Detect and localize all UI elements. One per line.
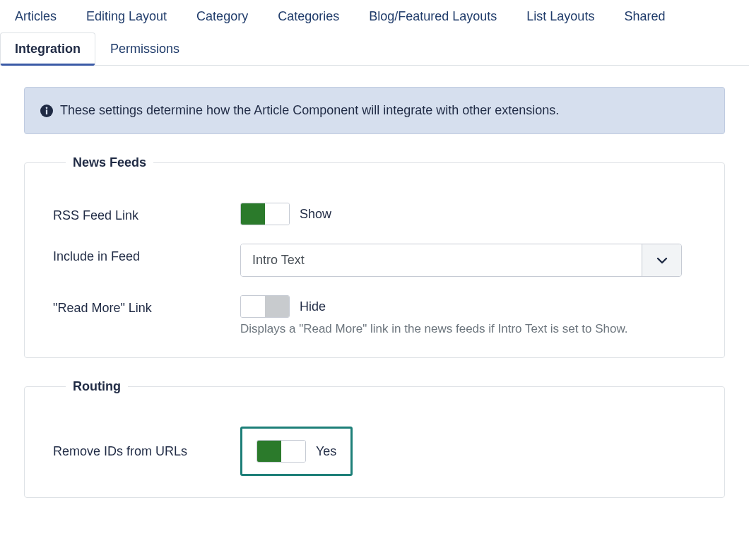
toggle-rss-feed-link[interactable] [240, 203, 290, 225]
tab-integration[interactable]: Integration [0, 32, 95, 66]
chevron-down-icon [642, 244, 681, 276]
label-remove-ids: Remove IDs from URLs [53, 444, 240, 459]
tabs-nav: Articles Editing Layout Category Categor… [0, 0, 749, 66]
toggle-read-more-link[interactable] [240, 295, 290, 318]
tab-articles[interactable]: Articles [0, 0, 71, 32]
tab-shared[interactable]: Shared [609, 0, 680, 32]
state-rss-feed-link: Show [300, 207, 331, 222]
svg-point-2 [46, 107, 48, 109]
tab-blog-featured-layouts[interactable]: Blog/Featured Layouts [354, 0, 512, 32]
info-icon [40, 105, 53, 117]
label-read-more-link: "Read More" Link [53, 295, 240, 316]
tab-content: These settings determine how the Article… [0, 66, 749, 505]
label-rss-feed-link: RSS Feed Link [53, 203, 240, 223]
state-read-more-link: Hide [300, 299, 326, 314]
tab-category[interactable]: Category [182, 0, 263, 32]
toggle-remove-ids[interactable] [256, 440, 306, 463]
info-banner: These settings determine how the Article… [24, 87, 725, 134]
fieldset-news-feeds: News Feeds RSS Feed Link Show Include in… [24, 155, 725, 358]
label-include-in-feed: Include in Feed [53, 244, 240, 264]
helper-read-more-link: Displays a "Read More" link in the news … [240, 322, 696, 336]
tab-categories[interactable]: Categories [263, 0, 354, 32]
legend-routing: Routing [66, 379, 128, 394]
state-remove-ids: Yes [316, 444, 336, 459]
tab-editing-layout[interactable]: Editing Layout [71, 0, 182, 32]
highlight-remove-ids: Yes [240, 427, 353, 476]
svg-rect-1 [46, 109, 47, 114]
legend-news-feeds: News Feeds [66, 155, 153, 170]
select-include-in-feed[interactable]: Intro Text [240, 244, 682, 277]
select-include-in-feed-value: Intro Text [241, 244, 642, 276]
tab-permissions[interactable]: Permissions [95, 32, 194, 65]
fieldset-routing: Routing Remove IDs from URLs Yes [24, 379, 725, 498]
tab-list-layouts[interactable]: List Layouts [512, 0, 609, 32]
info-banner-text: These settings determine how the Article… [60, 103, 559, 118]
